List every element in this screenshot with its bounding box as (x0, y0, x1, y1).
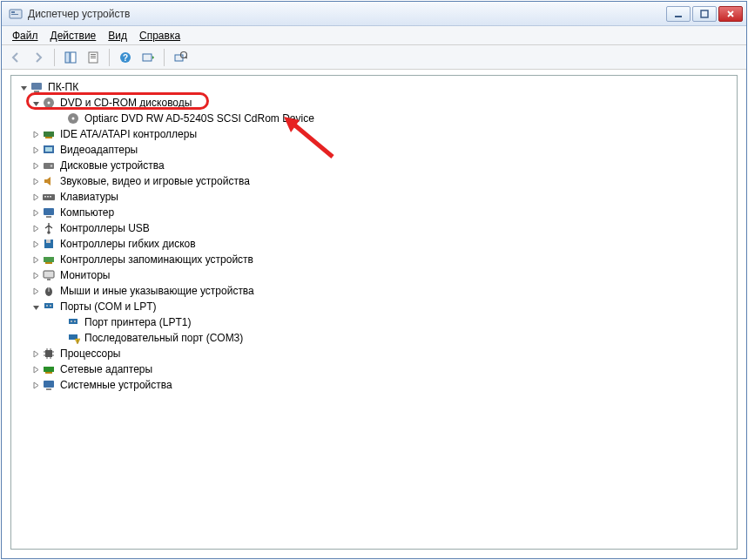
usb-icon (42, 221, 56, 235)
scan-hardware-button[interactable] (138, 47, 158, 68)
tree-device-optiarc[interactable]: Optiarc DVD RW AD-5240S SCSI CdRom Devic… (13, 111, 735, 126)
expander-closed-icon[interactable] (30, 287, 41, 295)
svg-rect-33 (46, 216, 51, 218)
tree-category-mice[interactable]: Мыши и иные указывающие устройства (13, 283, 735, 299)
network-adapter-icon (42, 362, 56, 376)
close-button[interactable] (718, 6, 743, 22)
svg-rect-25 (45, 147, 52, 152)
tree-category-network[interactable]: Сетевые адаптеры (13, 361, 735, 377)
svg-rect-6 (71, 52, 76, 63)
svg-rect-17 (34, 91, 39, 92)
svg-point-19 (48, 102, 51, 105)
svg-rect-50 (45, 350, 52, 357)
disc-drive-icon (42, 96, 56, 110)
sound-icon (42, 174, 56, 188)
toolbar-separator (109, 49, 110, 66)
tree-category-cpus[interactable]: Процессоры (13, 346, 735, 361)
properties-button[interactable] (83, 47, 104, 68)
expander-closed-icon[interactable] (30, 225, 41, 233)
tree-category-label: Клавиатуры (58, 189, 120, 205)
tree-category-label: Компьютер (58, 205, 116, 220)
svg-rect-22 (44, 132, 54, 137)
cpu-icon (42, 347, 56, 361)
expander-closed-icon[interactable] (30, 178, 41, 186)
tree-category-dvd[interactable]: DVD и CD-ROM дисководы (13, 95, 735, 111)
svg-rect-40 (47, 279, 51, 280)
expander-closed-icon[interactable] (30, 366, 41, 374)
svg-rect-23 (45, 137, 52, 138)
svg-point-34 (47, 231, 51, 234)
menu-view[interactable]: Вид (103, 28, 132, 44)
svg-rect-53 (44, 381, 54, 388)
tree-category-ide[interactable]: IDE ATA/ATAPI контроллеры (13, 126, 735, 142)
tree-category-label: Контроллеры запоминающих устройств (58, 252, 255, 267)
expander-closed-icon[interactable] (30, 209, 41, 217)
tree-category-label: Контроллеры USB (58, 220, 152, 236)
svg-rect-13 (143, 54, 152, 61)
svg-rect-45 (69, 319, 77, 324)
svg-point-44 (50, 305, 51, 307)
tree-root-label: ПК-ПК (46, 79, 80, 95)
tree-category-floppy-ctrl[interactable]: Контроллеры гибких дисков (13, 236, 735, 252)
printer-port-icon (66, 315, 80, 329)
tree-category-label: IDE ATA/ATAPI контроллеры (58, 126, 199, 142)
tree-category-ports[interactable]: Порты (COM и LPT) (13, 299, 735, 314)
expander-closed-icon[interactable] (30, 272, 41, 280)
expander-closed-icon[interactable] (30, 193, 41, 201)
expander-closed-icon[interactable] (30, 256, 41, 264)
expander-closed-icon[interactable] (30, 146, 41, 154)
svg-rect-2 (11, 14, 18, 15)
minimize-button[interactable] (666, 6, 691, 22)
svg-rect-10 (91, 57, 96, 58)
tree-category-storage-ctrl[interactable]: Контроллеры запоминающих устройств (13, 252, 735, 267)
tree-category-sound[interactable]: Звуковые, видео и игровые устройства (13, 173, 735, 189)
maximize-button[interactable] (692, 6, 717, 22)
tree-category-diskdrives[interactable]: Дисковые устройства (13, 158, 735, 173)
tree-category-computer[interactable]: Компьютер (13, 205, 735, 220)
svg-rect-4 (701, 10, 708, 17)
disk-drive-icon (42, 159, 56, 172)
tree-category-label: Мыши и иные указывающие устройства (58, 283, 256, 299)
expander-closed-icon[interactable] (30, 350, 41, 358)
tree-category-video[interactable]: Видеоадаптеры (13, 142, 735, 158)
system-device-icon (42, 378, 56, 392)
tree-category-label: Звуковые, видео и игровые устройства (58, 173, 252, 189)
keyboard-icon (42, 190, 56, 204)
svg-rect-38 (45, 262, 52, 264)
expander-closed-icon[interactable] (30, 131, 41, 138)
menu-help[interactable]: Справка (134, 28, 185, 44)
svg-rect-54 (46, 388, 51, 390)
storage-controller-icon (42, 253, 56, 267)
menu-file[interactable]: Файл (7, 28, 44, 44)
show-hide-console-tree-button[interactable] (60, 47, 81, 68)
menubar: Файл Действие Вид Справка (2, 26, 746, 45)
device-tree[interactable]: ПК-ПК DVD и CD-ROM дисководы Optiarc DVD… (10, 75, 738, 550)
expander-open-icon[interactable] (18, 84, 29, 91)
expander-closed-icon[interactable] (30, 381, 41, 389)
expander-closed-icon[interactable] (30, 240, 41, 248)
tree-category-usb[interactable]: Контроллеры USB (13, 220, 735, 236)
svg-point-21 (72, 118, 75, 120)
svg-rect-39 (44, 271, 54, 278)
svg-rect-9 (91, 56, 96, 57)
tree-category-system[interactable]: Системные устройства (13, 377, 735, 393)
tree-device-printer-port[interactable]: Порт принтера (LPT1) (13, 314, 735, 330)
expander-open-icon[interactable] (30, 99, 41, 107)
tree-category-keyboards[interactable]: Клавиатуры (13, 189, 735, 205)
expander-closed-icon[interactable] (30, 162, 41, 170)
toolbar-separator (164, 49, 165, 66)
back-button (5, 47, 26, 68)
monitor-icon (42, 268, 56, 282)
tree-device-label: Optiarc DVD RW AD-5240S SCSI CdRom Devic… (83, 111, 316, 126)
svg-rect-36 (46, 240, 51, 243)
tree-category-monitors[interactable]: Мониторы (13, 267, 735, 283)
tree-category-label: DVD и CD-ROM дисководы (58, 95, 193, 111)
tree-category-label: Дисковые устройства (58, 158, 166, 173)
menu-action[interactable]: Действие (45, 28, 102, 44)
tree-root[interactable]: ПК-ПК (13, 79, 735, 95)
help-button[interactable]: ? (115, 47, 136, 68)
expander-open-icon[interactable] (30, 303, 41, 311)
show-hidden-devices-button[interactable] (170, 47, 191, 68)
tree-device-serial-port[interactable]: ! Последовательный порт (COM3) (13, 330, 735, 346)
device-manager-window: Диспетчер устройств Файл Действие Вид Сп… (1, 1, 747, 559)
